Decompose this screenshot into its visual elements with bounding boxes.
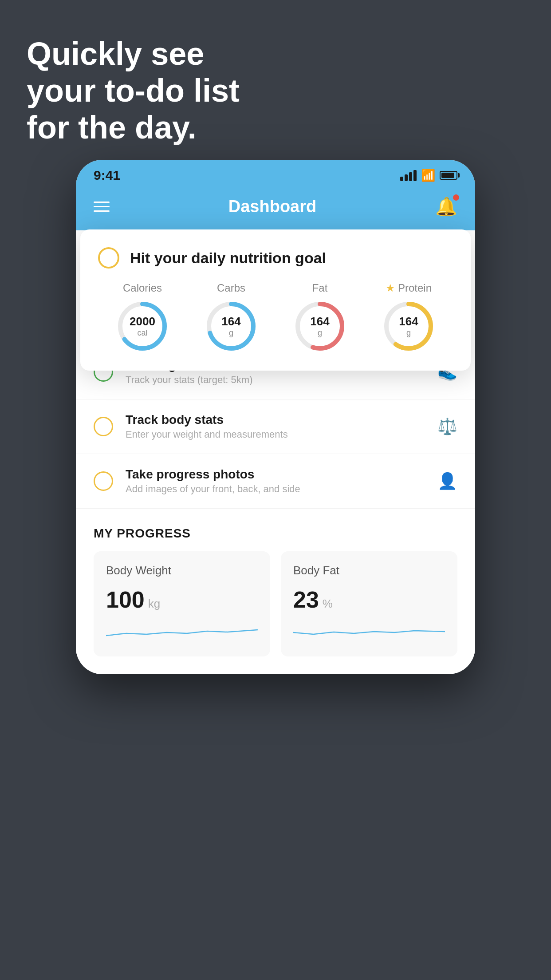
protein-label: ★ Protein	[386, 282, 432, 294]
todo-info-photos: Take progress photos Add images of your …	[126, 467, 425, 495]
nav-title: Dashboard	[228, 197, 316, 216]
body-weight-title: Body Weight	[106, 564, 258, 577]
card-status-circle	[98, 247, 119, 269]
status-time: 9:41	[94, 168, 120, 183]
todo-sub-photos: Add images of your front, back, and side	[126, 483, 425, 495]
nutrition-row: Calories 2000 cal	[98, 282, 453, 353]
phone-mockup: 9:41 📶 Dashboard 🔔	[76, 160, 475, 674]
nutrition-card: Hit your daily nutrition goal Calories	[80, 229, 471, 371]
protein-donut: 164 g	[382, 300, 435, 353]
todo-title-body-stats: Track body stats	[126, 413, 425, 427]
body-fat-sparkline	[293, 620, 445, 642]
todo-info-body-stats: Track body stats Enter your weight and m…	[126, 413, 425, 440]
hero-text: Quickly see your to-do list for the day.	[27, 36, 240, 146]
body-fat-title: Body Fat	[293, 564, 445, 577]
todo-circle-body-stats	[94, 417, 113, 436]
phone-content: THINGS TO DO TODAY Hit your daily nutrit…	[76, 230, 475, 674]
body-weight-value: 100	[106, 586, 145, 613]
scale-icon: ⚖️	[437, 417, 457, 436]
body-weight-unit: kg	[148, 597, 160, 611]
battery-fill	[441, 173, 454, 178]
status-bar: 9:41 📶	[76, 160, 475, 187]
fat-donut: 164 g	[293, 300, 346, 353]
calories-value: 2000 cal	[130, 315, 155, 338]
notification-dot	[453, 194, 459, 201]
calories-label: Calories	[123, 282, 162, 294]
nutrition-carbs: Carbs 164 g	[205, 282, 258, 353]
phone-screen: 9:41 📶 Dashboard 🔔	[76, 160, 475, 674]
todo-sub-running: Track your stats (target: 5km)	[126, 374, 425, 386]
body-weight-sparkline	[106, 620, 258, 642]
battery-icon	[440, 171, 457, 180]
progress-cards: Body Weight 100 kg Body Fat 23	[94, 551, 457, 656]
card-title-row: Hit your daily nutrition goal	[98, 247, 453, 269]
progress-section: MY PROGRESS Body Weight 100 kg Body F	[76, 509, 475, 674]
protein-value: 164 g	[399, 315, 418, 338]
nutrition-protein: ★ Protein 164 g	[382, 282, 435, 353]
wifi-icon: 📶	[421, 169, 435, 182]
card-title: Hit your daily nutrition goal	[130, 249, 326, 267]
hero-line2: your to-do list	[27, 72, 240, 109]
nutrition-calories: Calories 2000 cal	[116, 282, 169, 353]
todo-title-photos: Take progress photos	[126, 467, 425, 482]
todo-circle-photos	[94, 471, 113, 491]
carbs-donut: 164 g	[205, 300, 258, 353]
calories-donut: 2000 cal	[116, 300, 169, 353]
photo-icon: 👤	[437, 472, 457, 490]
star-icon: ★	[386, 282, 395, 294]
hamburger-menu-button[interactable]	[94, 202, 110, 212]
todo-item-photos[interactable]: Take progress photos Add images of your …	[76, 454, 475, 509]
todo-sub-body-stats: Enter your weight and measurements	[126, 429, 425, 440]
status-icons: 📶	[400, 169, 457, 182]
fat-value: 164 g	[310, 315, 329, 338]
body-fat-unit: %	[323, 597, 333, 611]
body-fat-value: 23	[293, 586, 319, 613]
nutrition-fat: Fat 164 g	[293, 282, 346, 353]
nav-bar: Dashboard 🔔	[76, 187, 475, 230]
hero-line3: for the day.	[27, 109, 240, 146]
notification-bell-button[interactable]: 🔔	[435, 196, 457, 217]
carbs-value: 164 g	[221, 315, 240, 338]
hero-line1: Quickly see	[27, 36, 240, 72]
body-weight-value-row: 100 kg	[106, 586, 258, 613]
body-weight-card[interactable]: Body Weight 100 kg	[94, 551, 270, 656]
todo-item-body-stats[interactable]: Track body stats Enter your weight and m…	[76, 399, 475, 454]
carbs-label: Carbs	[217, 282, 245, 294]
signal-icon	[400, 170, 417, 181]
body-fat-card[interactable]: Body Fat 23 %	[281, 551, 457, 656]
body-fat-value-row: 23 %	[293, 586, 445, 613]
progress-header: MY PROGRESS	[94, 526, 457, 541]
fat-label: Fat	[312, 282, 328, 294]
